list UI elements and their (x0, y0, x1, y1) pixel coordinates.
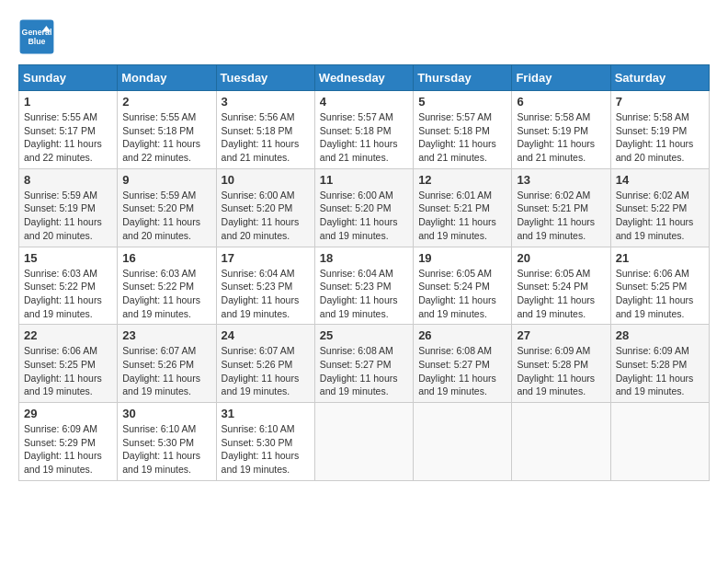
day-header-tuesday: Tuesday (216, 65, 314, 91)
day-number: 2 (122, 95, 210, 109)
week-row-3: 15 Sunrise: 6:03 AMSunset: 5:22 PMDaylig… (19, 247, 710, 325)
day-info: Sunrise: 6:08 AMSunset: 5:27 PMDaylight:… (418, 345, 496, 396)
day-info: Sunrise: 6:07 AMSunset: 5:26 PMDaylight:… (222, 345, 300, 396)
logo: General Blue (18, 18, 55, 55)
day-cell-3: 3 Sunrise: 5:56 AMSunset: 5:18 PMDayligh… (216, 91, 314, 169)
day-number: 6 (517, 95, 605, 109)
day-number: 1 (24, 95, 112, 109)
day-number: 21 (616, 251, 704, 265)
day-info: Sunrise: 6:03 AMSunset: 5:22 PMDaylight:… (122, 268, 200, 319)
day-info: Sunrise: 6:08 AMSunset: 5:27 PMDaylight:… (320, 345, 398, 396)
day-cell-6: 6 Sunrise: 5:58 AMSunset: 5:19 PMDayligh… (512, 91, 610, 169)
day-cell-24: 24 Sunrise: 6:07 AMSunset: 5:26 PMDaylig… (216, 325, 314, 403)
calendar-table: SundayMondayTuesdayWednesdayThursdayFrid… (18, 64, 710, 481)
day-number: 19 (418, 251, 506, 265)
day-cell-10: 10 Sunrise: 6:00 AMSunset: 5:20 PMDaylig… (216, 168, 314, 247)
day-info: Sunrise: 6:04 AMSunset: 5:23 PMDaylight:… (222, 268, 300, 319)
day-info: Sunrise: 6:04 AMSunset: 5:23 PMDaylight:… (320, 268, 398, 319)
week-row-2: 8 Sunrise: 5:59 AMSunset: 5:19 PMDayligh… (19, 168, 710, 247)
day-number: 10 (222, 173, 310, 187)
week-row-1: 1 Sunrise: 5:55 AMSunset: 5:17 PMDayligh… (19, 91, 710, 169)
day-cell-26: 26 Sunrise: 6:08 AMSunset: 5:27 PMDaylig… (414, 325, 512, 403)
day-cell-1: 1 Sunrise: 5:55 AMSunset: 5:17 PMDayligh… (19, 91, 118, 169)
day-cell-22: 22 Sunrise: 6:06 AMSunset: 5:25 PMDaylig… (19, 325, 118, 403)
day-info: Sunrise: 5:57 AMSunset: 5:18 PMDaylight:… (418, 111, 496, 163)
day-number: 5 (418, 95, 506, 109)
day-header-monday: Monday (118, 65, 216, 91)
day-info: Sunrise: 5:58 AMSunset: 5:19 PMDaylight:… (616, 111, 694, 163)
day-header-thursday: Thursday (414, 65, 512, 91)
day-info: Sunrise: 6:07 AMSunset: 5:26 PMDaylight:… (122, 345, 200, 396)
day-header-friday: Friday (512, 65, 610, 91)
day-cell-17: 17 Sunrise: 6:04 AMSunset: 5:23 PMDaylig… (216, 247, 314, 325)
day-number: 28 (616, 328, 704, 342)
day-number: 27 (517, 328, 605, 342)
day-number: 17 (222, 251, 310, 265)
day-info: Sunrise: 6:00 AMSunset: 5:20 PMDaylight:… (222, 190, 300, 241)
day-info: Sunrise: 5:56 AMSunset: 5:18 PMDaylight:… (222, 111, 300, 163)
page-header: General Blue (18, 18, 710, 55)
week-row-5: 29 Sunrise: 6:09 AMSunset: 5:29 PMDaylig… (19, 403, 710, 481)
day-info: Sunrise: 5:57 AMSunset: 5:18 PMDaylight:… (320, 111, 398, 163)
day-number: 20 (517, 251, 605, 265)
day-number: 4 (320, 95, 408, 109)
day-number: 15 (24, 251, 112, 265)
day-info: Sunrise: 6:02 AMSunset: 5:21 PMDaylight:… (517, 190, 595, 241)
day-cell-25: 25 Sunrise: 6:08 AMSunset: 5:27 PMDaylig… (314, 325, 413, 403)
day-number: 9 (122, 173, 210, 187)
day-cell-11: 11 Sunrise: 6:00 AMSunset: 5:20 PMDaylig… (314, 168, 413, 247)
day-cell-19: 19 Sunrise: 6:05 AMSunset: 5:24 PMDaylig… (414, 247, 512, 325)
day-info: Sunrise: 5:55 AMSunset: 5:17 PMDaylight:… (24, 111, 102, 163)
day-number: 12 (418, 173, 506, 187)
day-cell-12: 12 Sunrise: 6:01 AMSunset: 5:21 PMDaylig… (414, 168, 512, 247)
day-cell-2: 2 Sunrise: 5:55 AMSunset: 5:18 PMDayligh… (118, 91, 216, 169)
day-number: 13 (517, 173, 605, 187)
day-number: 18 (320, 251, 408, 265)
day-info: Sunrise: 5:58 AMSunset: 5:19 PMDaylight:… (517, 111, 595, 163)
logo-icon: General Blue (18, 18, 55, 55)
day-info: Sunrise: 6:01 AMSunset: 5:21 PMDaylight:… (418, 190, 496, 241)
empty-cell (610, 403, 709, 481)
day-number: 25 (320, 328, 408, 342)
day-number: 3 (222, 95, 310, 109)
day-number: 14 (616, 173, 704, 187)
day-cell-8: 8 Sunrise: 5:59 AMSunset: 5:19 PMDayligh… (19, 168, 118, 247)
day-info: Sunrise: 6:09 AMSunset: 5:29 PMDaylight:… (24, 423, 102, 475)
day-info: Sunrise: 6:05 AMSunset: 5:24 PMDaylight:… (418, 268, 496, 319)
svg-text:Blue: Blue (28, 37, 45, 46)
day-cell-20: 20 Sunrise: 6:05 AMSunset: 5:24 PMDaylig… (512, 247, 610, 325)
day-header-wednesday: Wednesday (314, 65, 413, 91)
day-number: 31 (222, 407, 310, 420)
day-number: 29 (24, 407, 112, 420)
empty-cell (512, 403, 610, 481)
day-number: 24 (222, 328, 310, 342)
day-cell-4: 4 Sunrise: 5:57 AMSunset: 5:18 PMDayligh… (314, 91, 413, 169)
day-cell-16: 16 Sunrise: 6:03 AMSunset: 5:22 PMDaylig… (118, 247, 216, 325)
day-info: Sunrise: 5:55 AMSunset: 5:18 PMDaylight:… (122, 111, 200, 163)
day-info: Sunrise: 5:59 AMSunset: 5:19 PMDaylight:… (24, 190, 102, 241)
day-cell-31: 31 Sunrise: 6:10 AMSunset: 5:30 PMDaylig… (216, 403, 314, 481)
day-number: 16 (122, 251, 210, 265)
day-cell-29: 29 Sunrise: 6:09 AMSunset: 5:29 PMDaylig… (19, 403, 118, 481)
empty-cell (414, 403, 512, 481)
day-number: 26 (418, 328, 506, 342)
day-cell-15: 15 Sunrise: 6:03 AMSunset: 5:22 PMDaylig… (19, 247, 118, 325)
day-number: 8 (24, 173, 112, 187)
day-info: Sunrise: 6:09 AMSunset: 5:28 PMDaylight:… (517, 345, 595, 396)
day-info: Sunrise: 6:00 AMSunset: 5:20 PMDaylight:… (320, 190, 398, 241)
day-number: 30 (122, 407, 210, 420)
day-info: Sunrise: 6:02 AMSunset: 5:22 PMDaylight:… (616, 190, 694, 241)
day-cell-9: 9 Sunrise: 5:59 AMSunset: 5:20 PMDayligh… (118, 168, 216, 247)
day-info: Sunrise: 6:09 AMSunset: 5:28 PMDaylight:… (616, 345, 694, 396)
day-number: 22 (24, 328, 112, 342)
day-info: Sunrise: 6:03 AMSunset: 5:22 PMDaylight:… (24, 268, 102, 319)
week-row-4: 22 Sunrise: 6:06 AMSunset: 5:25 PMDaylig… (19, 325, 710, 403)
day-cell-28: 28 Sunrise: 6:09 AMSunset: 5:28 PMDaylig… (610, 325, 709, 403)
day-info: Sunrise: 6:10 AMSunset: 5:30 PMDaylight:… (222, 423, 300, 475)
day-cell-13: 13 Sunrise: 6:02 AMSunset: 5:21 PMDaylig… (512, 168, 610, 247)
day-header-sunday: Sunday (19, 65, 118, 91)
day-cell-27: 27 Sunrise: 6:09 AMSunset: 5:28 PMDaylig… (512, 325, 610, 403)
day-cell-21: 21 Sunrise: 6:06 AMSunset: 5:25 PMDaylig… (610, 247, 709, 325)
day-info: Sunrise: 5:59 AMSunset: 5:20 PMDaylight:… (122, 190, 200, 241)
day-info: Sunrise: 6:05 AMSunset: 5:24 PMDaylight:… (517, 268, 595, 319)
